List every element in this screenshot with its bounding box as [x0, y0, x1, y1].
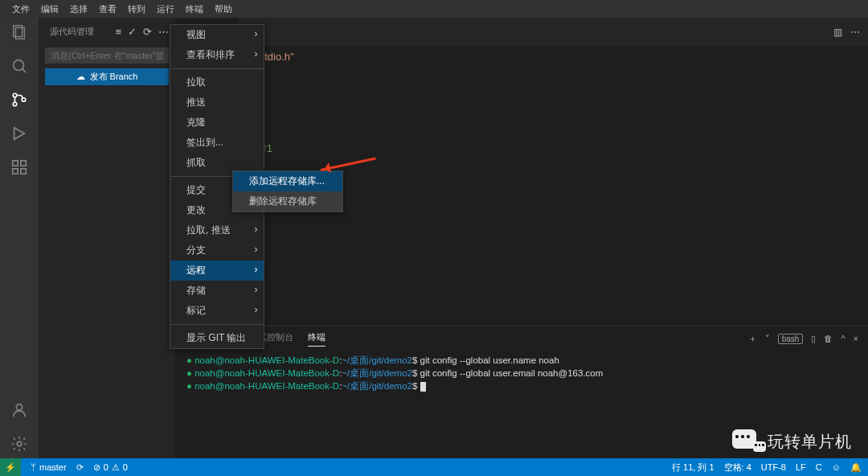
- language-mode[interactable]: C: [816, 462, 822, 472]
- svg-point-2: [14, 60, 24, 71]
- editor-more-icon[interactable]: ⋯: [850, 27, 860, 38]
- svg-point-6: [22, 98, 26, 102]
- menubar: 文件编辑选择查看转到运行终端帮助: [0, 0, 868, 18]
- source-control-icon[interactable]: [10, 90, 29, 109]
- submenu-item[interactable]: 删除远程存储库: [233, 191, 342, 211]
- menu-item[interactable]: 推送: [170, 92, 264, 113]
- run-debug-icon[interactable]: [10, 124, 29, 143]
- eol[interactable]: LF: [796, 462, 806, 472]
- panel-tab[interactable]: 终端: [308, 331, 326, 347]
- scm-sidebar: 源代码管理 ≡ ✓ ⟳ ⋯ ☁ 发布 Branch: [39, 18, 175, 458]
- maximize-panel-icon[interactable]: ^: [841, 334, 845, 343]
- svg-point-4: [13, 93, 17, 97]
- commit-message-input[interactable]: [45, 47, 169, 64]
- svg-line-3: [23, 69, 27, 73]
- encoding[interactable]: UTF-8: [761, 462, 786, 472]
- notifications-icon[interactable]: 🔔: [850, 462, 862, 473]
- indentation[interactable]: 空格: 4: [724, 462, 751, 474]
- menu-item[interactable]: 拉取: [170, 72, 264, 92]
- trash-icon[interactable]: 🗑: [824, 334, 833, 343]
- menu-item[interactable]: 拉取, 推送: [170, 220, 264, 240]
- svg-rect-10: [21, 169, 26, 174]
- menu-帮助[interactable]: 帮助: [209, 1, 238, 18]
- activity-bar: [0, 18, 39, 458]
- new-terminal-icon[interactable]: ＋: [748, 333, 757, 345]
- menu-item[interactable]: 克隆: [170, 113, 264, 133]
- branch-indicator[interactable]: ᛘ master: [31, 462, 67, 472]
- extensions-icon[interactable]: [10, 158, 29, 177]
- svg-rect-8: [21, 161, 26, 166]
- menu-item[interactable]: 标记: [170, 301, 264, 321]
- split-editor-icon[interactable]: ▥: [833, 27, 842, 38]
- menu-item[interactable]: 分支: [170, 240, 264, 261]
- remote-indicator[interactable]: ⚡: [0, 458, 21, 476]
- cursor-position[interactable]: 行 11, 列 1: [672, 462, 714, 474]
- menu-文件[interactable]: 文件: [6, 1, 35, 18]
- remote-submenu: 添加远程存储库...删除远程存储库: [232, 170, 343, 212]
- menu-item[interactable]: 远程: [170, 261, 264, 281]
- menu-转到[interactable]: 转到: [122, 1, 151, 18]
- sync-indicator[interactable]: ⟳: [76, 462, 84, 473]
- shell-badge[interactable]: bash: [778, 334, 804, 344]
- cloud-upload-icon: ☁: [76, 72, 85, 82]
- menu-item[interactable]: 视图: [170, 25, 264, 45]
- scm-commit-icon[interactable]: ✓: [128, 26, 137, 38]
- menu-item[interactable]: 查看和排序: [170, 45, 264, 65]
- menu-编辑[interactable]: 编辑: [35, 1, 64, 18]
- menu-item[interactable]: 存储: [170, 281, 264, 301]
- scm-more-icon[interactable]: ⋯: [158, 26, 169, 38]
- menu-item[interactable]: 签出到...: [170, 133, 264, 153]
- watermark: 玩转单片机: [732, 429, 852, 453]
- split-terminal-icon[interactable]: ▯: [811, 334, 816, 344]
- accounts-icon[interactable]: [10, 400, 29, 420]
- search-icon[interactable]: [10, 56, 29, 76]
- publish-branch-button[interactable]: ☁ 发布 Branch: [45, 68, 169, 85]
- minimap[interactable]: [820, 46, 868, 326]
- menu-运行[interactable]: 运行: [151, 1, 180, 18]
- menu-终端[interactable]: 终端: [180, 1, 209, 18]
- menu-item[interactable]: 显示 GIT 输出: [170, 328, 264, 348]
- menu-选择[interactable]: 选择: [64, 1, 93, 18]
- close-panel-icon[interactable]: ×: [854, 334, 858, 343]
- svg-point-11: [16, 404, 22, 410]
- settings-gear-icon[interactable]: [10, 434, 29, 453]
- sidebar-title: 源代码管理: [50, 26, 94, 38]
- feedback-icon[interactable]: ☺: [832, 462, 841, 472]
- svg-point-12: [17, 441, 22, 446]
- submenu-item[interactable]: 添加远程存储库...: [233, 171, 342, 191]
- status-bar: ⚡ ᛘ master ⟳ ⊘ 0 ⚠ 0 行 11, 列 1 空格: 4 UTF…: [0, 458, 868, 476]
- explorer-icon[interactable]: [10, 23, 29, 42]
- scm-treeview-icon[interactable]: ≡: [115, 26, 121, 38]
- problems-indicator[interactable]: ⊘ 0 ⚠ 0: [93, 462, 128, 473]
- svg-rect-9: [13, 169, 18, 174]
- scm-refresh-icon[interactable]: ⟳: [143, 26, 152, 38]
- svg-rect-7: [13, 161, 18, 166]
- svg-point-5: [13, 102, 17, 106]
- terminal-dropdown-icon[interactable]: ˅: [765, 334, 770, 344]
- menu-查看[interactable]: 查看: [93, 1, 122, 18]
- tab-bar: C main.c × ▥ ⋯: [175, 18, 868, 46]
